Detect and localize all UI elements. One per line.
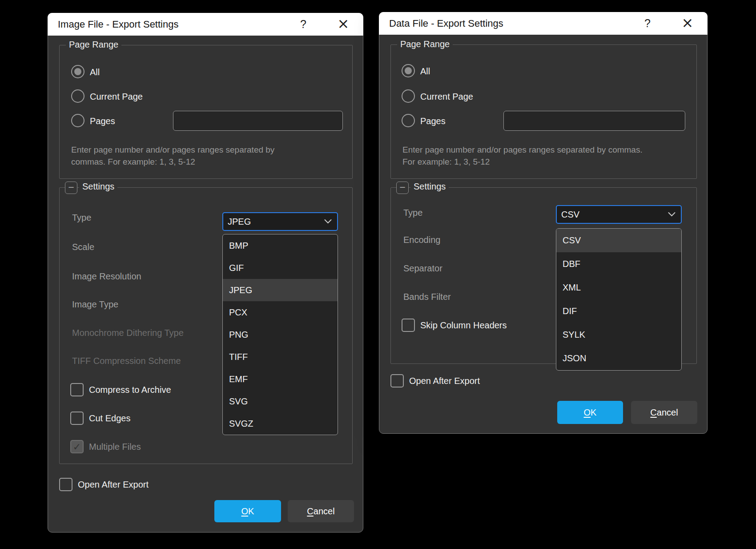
cut-edges-checkbox[interactable] <box>70 412 84 425</box>
radio-current-page[interactable] <box>71 89 84 103</box>
close-icon[interactable]: × <box>680 12 696 35</box>
radio-current-page-label: Current Page <box>90 92 143 102</box>
ok-accel: O <box>584 408 591 417</box>
radio-current-page-label: Current Page <box>420 92 473 102</box>
type-dropdown-list: BMP GIF JPEG PCX PNG TIFF EMF SVG SVGZ <box>222 234 338 435</box>
page-range-hint: Enter page number and/or pages ranges se… <box>402 144 643 168</box>
ok-accel: O <box>241 506 249 516</box>
compress-to-archive-checkbox[interactable] <box>70 383 84 396</box>
chevron-down-icon <box>668 212 676 217</box>
dropdown-item-csv[interactable]: CSV <box>556 229 681 252</box>
separator-label: Separator <box>403 263 442 274</box>
title-bar[interactable]: Image File - Export Settings ? × <box>48 13 363 36</box>
cancel-rest: ancel <box>314 506 335 516</box>
open-after-export-checkbox[interactable] <box>59 478 72 491</box>
dropdown-item-bmp[interactable]: BMP <box>223 234 338 257</box>
radio-pages-label: Pages <box>90 116 115 126</box>
radio-selected-dot <box>74 68 81 75</box>
bands-filter-label: Bands Filter <box>403 292 451 302</box>
ok-rest: K <box>248 506 254 516</box>
dropdown-item-dbf[interactable]: DBF <box>556 252 681 276</box>
radio-all[interactable] <box>402 64 415 77</box>
radio-all[interactable] <box>71 65 84 78</box>
dropdown-item-gif[interactable]: GIF <box>223 257 338 279</box>
type-combobox-value: CSV <box>561 210 579 220</box>
radio-all-label: All <box>90 67 100 77</box>
ok-rest: K <box>591 408 596 417</box>
pages-input[interactable] <box>173 111 343 131</box>
pages-input[interactable] <box>503 111 685 131</box>
collapse-icon[interactable]: − <box>396 182 409 194</box>
radio-current-page[interactable] <box>402 89 415 103</box>
dropdown-item-png[interactable]: PNG <box>223 323 338 346</box>
collapse-icon[interactable]: − <box>65 182 77 194</box>
close-icon[interactable]: × <box>335 13 351 36</box>
open-after-export-label: Open After Export <box>78 480 149 490</box>
radio-all-label: All <box>420 66 430 77</box>
checkmark-icon: ✓ <box>73 441 81 452</box>
radio-pages[interactable] <box>402 114 415 127</box>
help-icon[interactable]: ? <box>639 12 655 35</box>
scale-label: Scale <box>72 242 94 252</box>
type-combobox[interactable]: JPEG <box>222 212 338 231</box>
tiff-compression-label: TIFF Compression Scheme <box>72 356 181 366</box>
cancel-rest: ancel <box>657 408 678 417</box>
title-bar[interactable]: Data File - Export Settings ? × <box>379 12 708 35</box>
page-range-group-label: Page Range <box>397 39 453 49</box>
cancel-button[interactable]: Cancel <box>288 500 354 522</box>
page-range-group-label: Page Range <box>66 40 121 50</box>
cancel-button[interactable]: Cancel <box>631 401 697 424</box>
dropdown-item-json[interactable]: JSON <box>556 347 681 370</box>
dialog-title: Image File - Export Settings <box>58 13 178 36</box>
multiple-files-checkbox: ✓ <box>70 440 84 453</box>
radio-pages-label: Pages <box>420 116 446 126</box>
type-combobox-value: JPEG <box>228 217 251 227</box>
open-after-export-label: Open After Export <box>409 376 480 386</box>
encoding-label: Encoding <box>403 235 440 245</box>
skip-column-headers-checkbox[interactable] <box>402 319 415 332</box>
open-after-export-checkbox[interactable] <box>390 374 404 388</box>
skip-column-headers-label: Skip Column Headers <box>420 320 507 331</box>
image-type-label: Image Type <box>72 299 118 310</box>
dropdown-item-tiff[interactable]: TIFF <box>223 346 338 368</box>
radio-pages[interactable] <box>71 114 84 127</box>
dropdown-item-svg[interactable]: SVG <box>223 390 338 412</box>
chevron-down-icon <box>324 219 332 224</box>
cancel-accel: C <box>307 506 313 516</box>
dropdown-item-emf[interactable]: EMF <box>223 368 338 390</box>
hint-line-1: Enter page number and/or pages ranges se… <box>402 144 643 156</box>
cancel-accel: C <box>650 408 656 417</box>
dropdown-item-xml[interactable]: XML <box>556 276 681 299</box>
data-export-dialog: Data File - Export Settings ? × Page Ran… <box>379 12 708 434</box>
dropdown-item-sylk[interactable]: SYLK <box>556 323 681 347</box>
dropdown-item-jpeg[interactable]: JPEG <box>223 279 338 301</box>
ok-button[interactable]: OK <box>557 401 623 424</box>
help-icon[interactable]: ? <box>295 13 311 36</box>
hint-line-2: For example: 1, 3, 5-12 <box>402 156 643 168</box>
hint-line-1: Enter page number and/or pages ranges se… <box>71 144 274 156</box>
image-export-dialog: Image File - Export Settings ? × Page Ra… <box>48 13 363 533</box>
settings-group-label: Settings <box>410 182 449 192</box>
dropdown-item-svgz[interactable]: SVGZ <box>223 412 338 435</box>
radio-selected-dot <box>405 67 412 74</box>
mono-dithering-label: Monochrome Dithering Type <box>72 328 184 338</box>
hint-line-2: commas. For example: 1, 3, 5-12 <box>71 156 274 168</box>
ok-button[interactable]: OK <box>214 500 281 522</box>
dropdown-item-dif[interactable]: DIF <box>556 299 681 323</box>
type-combobox[interactable]: CSV <box>556 205 682 224</box>
cut-edges-label: Cut Edges <box>89 413 130 424</box>
type-dropdown-list: CSV DBF XML DIF SYLK JSON <box>556 228 682 371</box>
image-resolution-label: Image Resolution <box>72 271 141 282</box>
type-label: Type <box>403 208 422 218</box>
compress-to-archive-label: Compress to Archive <box>89 385 171 395</box>
dropdown-item-pcx[interactable]: PCX <box>223 301 338 323</box>
settings-group-label: Settings <box>79 182 117 192</box>
multiple-files-label: Multiple Files <box>89 442 141 452</box>
page-range-hint: Enter page number and/or pages ranges se… <box>71 144 274 168</box>
dialog-title: Data File - Export Settings <box>389 12 503 35</box>
type-label: Type <box>72 213 91 223</box>
